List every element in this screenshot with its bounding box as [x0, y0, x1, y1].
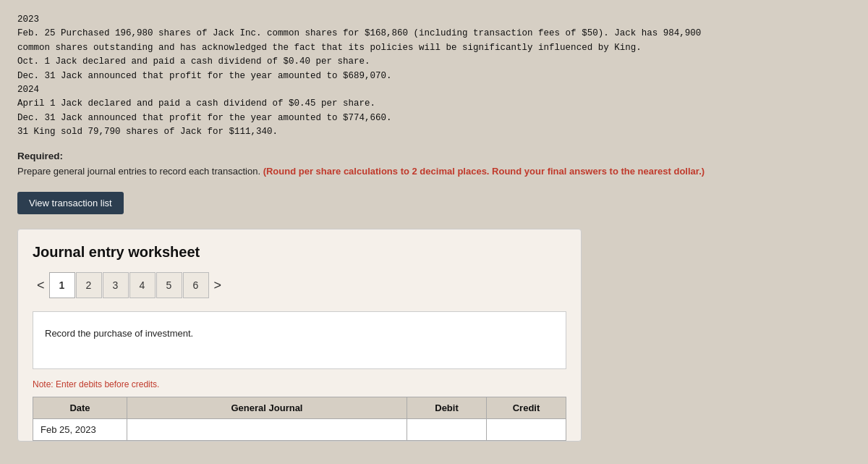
- scenario-line-4: Oct. 1 Jack declared and paid a cash div…: [17, 55, 851, 69]
- journal-entry-worksheet-card: Journal entry worksheet < 1 2 3 4 5 6 > …: [17, 229, 582, 442]
- journal-table: Date General Journal Debit Credit Feb 25…: [33, 397, 566, 441]
- header-general-journal: General Journal: [127, 397, 407, 418]
- header-credit: Credit: [487, 397, 566, 418]
- scenario-line-6: 2024: [17, 83, 851, 97]
- scenario-line-1: 2023: [17, 13, 851, 27]
- instruction-box: Record the purchase of investment.: [33, 311, 566, 369]
- required-description: Prepare general journal entries to recor…: [17, 164, 851, 179]
- credit-field[interactable]: [494, 424, 558, 435]
- header-debit: Debit: [407, 397, 487, 418]
- next-tab-button[interactable]: >: [210, 279, 226, 292]
- tab-4[interactable]: 4: [129, 272, 156, 298]
- required-desc-text: Prepare general journal entries to recor…: [17, 166, 260, 177]
- scenario-line-5: Dec. 31 Jack announced that profit for t…: [17, 69, 851, 83]
- worksheet-title: Journal entry worksheet: [33, 244, 566, 261]
- required-label: Required:: [17, 151, 851, 161]
- scenario-line-3: common shares outstanding and has acknow…: [17, 41, 851, 55]
- scenario-block: 2023 Feb. 25 Purchased 196,980 shares of…: [17, 13, 851, 139]
- row-date: Feb 25, 2023: [33, 418, 127, 440]
- row-debit-input[interactable]: [407, 418, 487, 440]
- scenario-line-2: Feb. 25 Purchased 196,980 shares of Jack…: [17, 27, 851, 41]
- tab-2[interactable]: 2: [76, 272, 102, 298]
- note-text: Note: Enter debits before credits.: [33, 379, 566, 389]
- table-row: Feb 25, 2023: [33, 418, 566, 440]
- tabs-row: < 1 2 3 4 5 6 >: [33, 272, 566, 298]
- tab-3[interactable]: 3: [103, 272, 129, 298]
- view-transaction-list-button[interactable]: View transaction list: [17, 192, 124, 214]
- table-header-row: Date General Journal Debit Credit: [33, 397, 566, 418]
- row-credit-input[interactable]: [487, 418, 566, 440]
- row-general-journal-input[interactable]: [127, 418, 407, 440]
- tab-5[interactable]: 5: [156, 272, 182, 298]
- tab-1[interactable]: 1: [49, 272, 75, 298]
- tab-6[interactable]: 6: [183, 272, 209, 298]
- required-highlight: (Round per share calculations to 2 decim…: [263, 166, 705, 177]
- header-date: Date: [33, 397, 127, 418]
- debit-field[interactable]: [414, 424, 479, 435]
- general-journal-field[interactable]: [135, 424, 399, 435]
- prev-tab-button[interactable]: <: [33, 279, 49, 292]
- instruction-text: Record the purchase of investment.: [45, 328, 193, 339]
- scenario-line-9: 31 King sold 79,790 shares of Jack for $…: [17, 125, 851, 139]
- scenario-line-8: Dec. 31 Jack announced that profit for t…: [17, 111, 851, 125]
- scenario-line-7: April 1 Jack declared and paid a cash di…: [17, 97, 851, 111]
